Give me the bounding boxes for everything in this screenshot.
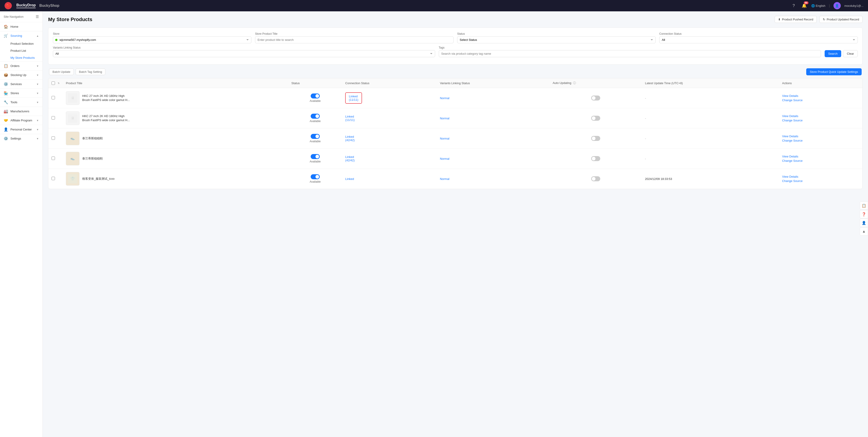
auto-updating-cell xyxy=(549,88,642,108)
row-checkbox[interactable] xyxy=(52,96,55,99)
sidebar-item-product-selection[interactable]: Product Selection xyxy=(0,40,42,47)
status-text: Available xyxy=(310,180,320,183)
status-select[interactable]: Select Status xyxy=(457,36,656,43)
change-source-link[interactable]: Change Source xyxy=(782,179,859,183)
logo[interactable]: 🔴 xyxy=(4,2,12,9)
view-details-link[interactable]: View Details xyxy=(782,155,859,158)
sidebar: Site Navigation ☰ 🏠 Home 🛒 Sourcing ▲ Pr… xyxy=(0,11,43,437)
store-select[interactable]: wjcmmw567.myshopify.com xyxy=(53,36,251,43)
sidebar-item-stocking-up[interactable]: 📦 Stocking Up ▼ xyxy=(0,71,42,79)
variants-linking-value: Normal xyxy=(440,96,450,100)
auto-updating-cell xyxy=(549,169,642,189)
row-checkbox[interactable] xyxy=(52,136,55,140)
language-selector[interactable]: 🌐 English xyxy=(811,4,826,7)
float-help-btn[interactable]: ❓ xyxy=(860,210,868,218)
change-source-link[interactable]: Change Source xyxy=(782,119,859,122)
status-toggle[interactable] xyxy=(311,134,320,139)
product-title-input[interactable] xyxy=(255,36,454,43)
page-title: My Store Products xyxy=(48,16,92,23)
sidebar-item-tools[interactable]: 🔧 Tools ▼ xyxy=(0,98,42,107)
row-checkbox[interactable] xyxy=(52,116,55,120)
menu-icon[interactable]: ☰ xyxy=(36,14,39,19)
actions-cell: View Details Change Source xyxy=(779,128,862,148)
status-toggle[interactable] xyxy=(311,114,320,119)
settings-section: ⚙️ Settings ▼ xyxy=(0,134,42,143)
sidebar-item-home[interactable]: 🏠 Home xyxy=(0,22,42,31)
variants-linking-value: Normal xyxy=(440,177,450,180)
stores-section: 🏪 Stores ▼ xyxy=(0,89,42,98)
svg-text:🖥: 🖥 xyxy=(71,96,74,100)
status-toggle[interactable] xyxy=(311,174,320,179)
view-details-link[interactable]: View Details xyxy=(782,94,859,98)
row-checkbox[interactable] xyxy=(52,177,55,180)
topnav-right: ? 🔔 99 🌐 English | 👤 mocduby1@... xyxy=(790,2,864,9)
auto-updating-toggle[interactable] xyxy=(591,176,600,181)
sidebar-item-stores[interactable]: 🏪 Stores ▼ xyxy=(0,89,42,98)
row-checkbox[interactable] xyxy=(52,157,55,160)
tags-filter-group: Tags xyxy=(439,46,821,57)
tools-arrow: ▼ xyxy=(36,101,39,104)
product-pushed-record-button[interactable]: ⬇ Product Pushed Record xyxy=(775,16,817,23)
auto-updating-toggle[interactable] xyxy=(591,116,600,121)
change-source-link[interactable]: Change Source xyxy=(782,98,859,102)
tags-input[interactable] xyxy=(439,50,821,57)
sidebar-item-affiliate[interactable]: 🤝 Affiliate Program ▼ xyxy=(0,116,42,125)
variants-linking-select[interactable]: All xyxy=(53,50,435,57)
sidebar-item-services[interactable]: ⚙️ Services ▼ xyxy=(0,80,42,89)
auto-updating-toggle[interactable] xyxy=(591,96,600,101)
sidebar-item-product-list[interactable]: Product List xyxy=(0,47,42,54)
product-title-text: 格客变体_服装测试_icoo xyxy=(82,177,115,181)
th-auto-updating: Auto Updating ⓘ xyxy=(549,78,642,88)
settings-arrow: ▼ xyxy=(36,137,39,140)
sourcing-section: 🛒 Sourcing ▲ Product Selection Product L… xyxy=(0,31,42,61)
my-store-products-label: My Store Products xyxy=(10,56,35,60)
status-cell: Available xyxy=(288,128,342,148)
table-toolbar: Batch Update Batch Tag Setting Store Pro… xyxy=(48,68,863,75)
th-variants-linking: Variants Linking Status xyxy=(437,78,550,88)
product-thumbnail: 🖥 xyxy=(66,91,80,105)
notification-btn[interactable]: 🔔 99 xyxy=(801,2,808,9)
select-all-checkbox[interactable] xyxy=(52,81,55,85)
batch-update-button[interactable]: Batch Update xyxy=(49,69,74,75)
sidebar-item-settings[interactable]: ⚙️ Settings ▼ xyxy=(0,134,42,143)
sidebar-item-manufacturers[interactable]: 🏭 Manufacturers xyxy=(0,107,42,116)
view-details-link[interactable]: View Details xyxy=(782,135,859,138)
sidebar-item-personal[interactable]: 👤 Personal Center ▼ xyxy=(0,125,42,134)
sidebar-item-my-store-products[interactable]: My Store Products xyxy=(0,54,42,61)
change-source-link[interactable]: Change Source xyxy=(782,159,859,163)
view-details-link[interactable]: View Details xyxy=(782,114,859,118)
float-clipboard-btn[interactable]: 📋 xyxy=(860,201,868,210)
auto-updating-toggle[interactable] xyxy=(591,156,600,161)
toolbar-left: Batch Update Batch Tag Setting xyxy=(49,69,105,75)
batch-tag-setting-button[interactable]: Batch Tag Setting xyxy=(75,69,105,75)
clear-button[interactable]: Clear xyxy=(843,50,858,57)
connection-status-select[interactable]: All xyxy=(659,36,858,43)
search-button[interactable]: Search xyxy=(825,50,841,57)
product-title-cell: 👟 泰兰蒂斯稳稳鞋 xyxy=(63,128,288,148)
quick-update-settings-button[interactable]: Store Product Quick Update Settings xyxy=(806,68,862,75)
auto-updating-info-icon[interactable]: ⓘ xyxy=(573,81,576,85)
help-icon-btn[interactable]: ? xyxy=(790,2,797,9)
sidebar-item-sourcing[interactable]: 🛒 Sourcing ▲ xyxy=(0,31,42,40)
float-user-btn[interactable]: 👤 xyxy=(860,219,868,227)
auto-updating-toggle[interactable] xyxy=(591,136,600,141)
variants-linking-value: Normal xyxy=(440,116,450,120)
float-top-btn[interactable]: ▲ xyxy=(860,227,868,236)
product-updated-record-button[interactable]: ↻ Product Updated Record xyxy=(819,16,863,23)
view-details-link[interactable]: View Details xyxy=(782,175,859,178)
brand-buckydrop[interactable]: BuckyDrop xyxy=(17,3,36,8)
pushed-record-label: Product Pushed Record xyxy=(782,18,813,21)
stocking-icon: 📦 xyxy=(4,73,8,77)
latest-update-value: - xyxy=(645,157,646,160)
services-label: Services xyxy=(10,82,22,86)
status-text: Available xyxy=(310,140,320,143)
brand-buckyshop[interactable]: BuckyShop xyxy=(39,4,59,8)
variants-linking-cell: Normal xyxy=(437,108,550,128)
status-toggle[interactable] xyxy=(311,94,320,98)
status-toggle[interactable] xyxy=(311,154,320,159)
sidebar-item-orders[interactable]: 📋 Orders ▼ xyxy=(0,62,42,70)
change-source-link[interactable]: Change Source xyxy=(782,139,859,142)
user-avatar[interactable]: 👤 xyxy=(834,2,841,9)
user-name[interactable]: mocduby1@... xyxy=(844,4,864,7)
table-header-row: ⇅ Product Title Status Connection Status… xyxy=(49,78,862,88)
